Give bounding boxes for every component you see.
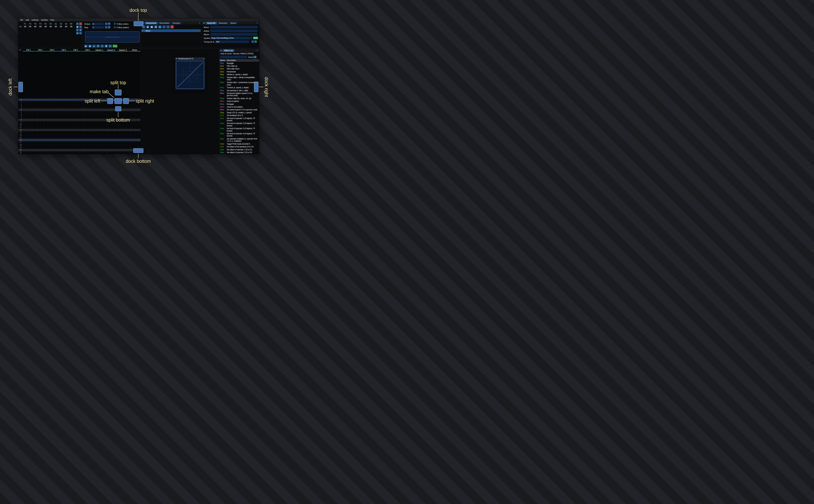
pattern-cell[interactable]: ··· ·· ·· ··· — [58, 131, 70, 134]
pattern-cell[interactable]: ··· ·· ·· ··· — [93, 149, 105, 151]
pattern-cell[interactable]: ··· ·· ·· ··· — [117, 114, 129, 116]
effect-row[interactable]: 06xyVolume slide + portamento (compatibi… — [219, 81, 259, 86]
pattern-cell[interactable]: ··· ·· ·· ··· — [70, 101, 81, 104]
channel-header-fm-5[interactable]: FM 5 — [70, 49, 81, 51]
split-target-top[interactable] — [115, 90, 121, 95]
pattern-cell[interactable]: ··· ·· ·· ··· — [117, 136, 129, 139]
pattern-cell[interactable]: ··· ·· ·· ··· — [46, 111, 58, 114]
pattern-cell[interactable]: ··· ·· ·· ··· — [22, 116, 34, 119]
pattern-cell[interactable]: ··· ·· ·· ··· — [129, 124, 140, 126]
pattern-cell[interactable]: ··· ·· ·· ··· — [70, 131, 81, 134]
collapse-arrow-icon[interactable] — [175, 58, 177, 60]
pattern-cell[interactable]: ··· ·· ·· ··· — [81, 114, 93, 116]
effect-row[interactable]: 0AxyVolume slide (0y: down; x0: up) — [219, 97, 259, 100]
effect-row[interactable]: 11xxSet feedback (0 to 7) — [219, 114, 259, 117]
pattern-cell[interactable]: ··· ·· ·· ··· — [58, 114, 70, 116]
pattern-cell[interactable]: ··· ·· ·· ··· — [22, 104, 34, 106]
pattern-cell[interactable]: ··· ·· ·· ··· — [81, 106, 93, 109]
move-instrument-down-button[interactable]: ↓ — [166, 25, 170, 28]
pattern-cell[interactable]: ··· ·· ·· ··· — [46, 119, 58, 121]
pattern-cell[interactable]: ··· ·· ·· ··· — [93, 119, 105, 121]
pattern-cell[interactable]: ··· ·· ·· ··· — [58, 104, 70, 106]
pattern-cell[interactable]: ··· ·· ·· ··· — [58, 136, 70, 139]
follow-orders-checkbox[interactable] — [114, 22, 116, 25]
pattern-cell[interactable]: ··· ·· ·· ··· — [46, 141, 58, 144]
channel-header-fm-2[interactable]: FM 2 — [34, 49, 46, 51]
channel-header-square-3[interactable]: Square 3 — [117, 49, 129, 51]
pattern-cell[interactable]: ··· ·· ·· ··· — [105, 131, 117, 134]
poly-toggle-button[interactable]: Poly — [113, 45, 117, 48]
pattern-cell[interactable]: ··· ·· ·· ··· — [34, 116, 46, 119]
pattern-cell[interactable]: ··· ·· ·· ··· — [129, 121, 140, 124]
pattern-cell[interactable]: ··· ·· ·· ··· — [34, 114, 46, 116]
instruments-tab-samples[interactable]: Samples — [171, 22, 181, 25]
menu-edit[interactable]: edit — [24, 19, 30, 21]
effect-row[interactable]: 00xyArpeggio — [219, 62, 259, 65]
pattern-cell[interactable]: ··· ·· ·· ··· — [129, 106, 140, 109]
order-cell[interactable]: 00 — [48, 26, 53, 28]
effect-row[interactable]: 08xySet panning (x: left; y: right) — [219, 89, 259, 92]
pattern-cell[interactable]: ··· ·· ·· ··· — [34, 144, 46, 146]
pattern-cell[interactable]: ··· ·· ·· ··· — [117, 149, 129, 151]
dock-target-bottom[interactable] — [133, 148, 143, 153]
effect-row[interactable]: 0CxxRetrigger — [219, 103, 259, 106]
pattern-cell[interactable]: ··· ·· ·· ··· — [70, 134, 81, 136]
pattern-cell[interactable]: ··· ·· ·· ··· — [70, 136, 81, 139]
song-tab-song-info[interactable]: Song Info — [206, 22, 217, 25]
pattern-cell[interactable]: ··· ·· ·· ··· — [117, 111, 129, 114]
move-instrument-up-button[interactable]: ↑ — [162, 25, 165, 28]
pattern-cell[interactable]: ··· ·· ·· ··· — [22, 136, 34, 139]
order-cell[interactable]: 00 — [33, 26, 38, 28]
pattern-cell[interactable]: ··· ·· ·· ··· — [46, 149, 58, 151]
menu-settings[interactable]: settings — [30, 19, 40, 21]
pattern-cell[interactable]: ··· ·· ·· ··· — [22, 114, 34, 116]
pattern-cell[interactable]: ··· ·· ·· ··· — [70, 104, 81, 106]
pattern-cell[interactable]: ··· ·· ·· ··· — [22, 146, 34, 149]
effect-row[interactable]: 13xxSet level of operator 2 (0 highest, … — [219, 122, 259, 127]
effect-row[interactable]: 19xxSet attack of all operators (0 to 1F… — [219, 146, 259, 148]
pattern-cell[interactable]: ··· ·· ·· ··· — [117, 126, 129, 129]
menu-help[interactable]: help — [49, 19, 55, 21]
pattern-expand-button[interactable]: ++ — [19, 49, 21, 51]
follow-pattern-checkbox[interactable] — [114, 26, 116, 29]
dock-target-left[interactable] — [18, 82, 23, 92]
pattern-cell[interactable]: ··· ·· ·· ··· — [46, 151, 58, 154]
channel-header-fm-3[interactable]: FM 3 — [46, 49, 58, 51]
tab-effect-list[interactable]: Effect List — [223, 49, 234, 52]
channel-header-fm-6[interactable]: FM 6 — [81, 49, 93, 51]
pattern-cell[interactable]: ··· ·· ·· ··· — [70, 109, 81, 111]
effect-row[interactable]: 04xyVibrato (x: speed; y: depth) — [219, 73, 259, 76]
delete-instrument-button[interactable]: × — [170, 25, 174, 28]
order-cell[interactable]: 00 — [63, 26, 69, 28]
pattern-cell[interactable]: ··· ·· ·· ··· — [46, 146, 58, 149]
piano-preview[interactable] — [85, 31, 139, 43]
collapse-arrow-icon[interactable] — [220, 49, 222, 52]
order-edit-mode-button[interactable]: ↖ — [79, 32, 82, 34]
pattern-cell[interactable]: ··· ·· ·· ··· — [117, 129, 129, 131]
pattern-cell[interactable]: ··· ·· ·· ··· — [46, 131, 58, 134]
make-tab-target[interactable] — [114, 98, 122, 104]
pattern-cell[interactable]: ··· ·· ·· ··· — [129, 141, 140, 144]
pattern-cell[interactable]: ··· ·· ·· ··· — [46, 116, 58, 119]
close-icon[interactable] — [202, 58, 205, 60]
instrument-list-item[interactable]: ○- None - — [141, 29, 201, 32]
move-order-down-button[interactable]: ∨ — [76, 29, 79, 31]
pattern-cell[interactable]: ··· ·· ·· ··· — [105, 111, 117, 114]
effect-row[interactable]: 09xxSet groove pattern (speed 1 if no gr… — [219, 92, 259, 97]
pattern-cell[interactable]: ··· ·· ·· ··· — [70, 151, 81, 154]
channel-header-square-1[interactable]: Square 1 — [93, 49, 105, 51]
pattern-cell[interactable]: ··· ·· ·· ··· — [58, 124, 70, 126]
channel-header-square-2[interactable]: Square 2 — [105, 49, 117, 51]
pattern-cell[interactable]: ··· ·· ·· ··· — [58, 126, 70, 129]
pattern-cell[interactable]: ··· ·· ·· ··· — [58, 109, 70, 111]
pattern-cell[interactable]: ··· ·· ·· ··· — [34, 141, 46, 144]
order-cell[interactable]: 00 — [28, 26, 33, 28]
metronome-button[interactable] — [104, 45, 108, 48]
octave-input[interactable] — [92, 22, 104, 25]
tuning-minus-button[interactable]: - — [251, 40, 254, 43]
pattern-cell[interactable]: ··· ·· ·· ··· — [129, 139, 140, 141]
pattern-cell[interactable]: ··· ·· ·· ··· — [117, 124, 129, 126]
pattern-cell[interactable]: ··· ·· ·· ··· — [34, 131, 46, 134]
pattern-cell[interactable]: ··· ·· ·· ··· — [22, 144, 34, 146]
pattern-cell[interactable]: ··· ·· ·· ··· — [93, 144, 105, 146]
